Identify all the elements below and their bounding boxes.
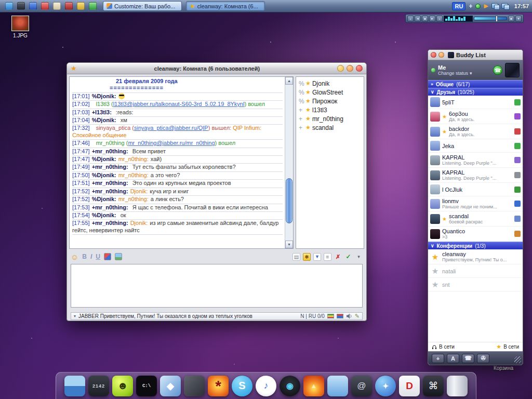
insert-image-button[interactable] bbox=[115, 253, 122, 260]
contact-row[interactable]: ★★KAPRALListening. Deep Purple "... bbox=[428, 153, 523, 168]
contact-row[interactable]: ★★backdorДа, я здесь. bbox=[428, 124, 523, 139]
contact-row[interactable]: ★★lionmvРаньше люди не поним... bbox=[428, 196, 523, 211]
image-thumbnail-icon[interactable] bbox=[11, 16, 29, 31]
emoticon-picker-button[interactable]: ☺ bbox=[71, 253, 78, 261]
tray-display-icon[interactable] bbox=[501, 3, 508, 9]
group-header-common[interactable]: » Общие (6/17) bbox=[428, 80, 523, 88]
volume-slider[interactable] bbox=[474, 17, 507, 20]
log-list-button[interactable]: ≡ bbox=[324, 253, 331, 261]
quicklaunch-icon-6[interactable] bbox=[65, 2, 73, 10]
contact-row[interactable]: ★★Quantico>3 bbox=[428, 227, 523, 242]
dock-skype-icon[interactable]: S bbox=[232, 376, 252, 396]
dock-finder-icon[interactable] bbox=[64, 376, 85, 396]
jid-link[interactable]: l13tl3@jabber.ru/talkonaut-S60-3rd_5.02.… bbox=[113, 101, 245, 107]
group-header-conferences[interactable]: ∨ Конференции (1/3) bbox=[428, 242, 523, 249]
taskbar-task-cleanway[interactable]: ★ cleanway: Комната (6... bbox=[186, 1, 265, 11]
quicklaunch-icon-1[interactable] bbox=[5, 2, 13, 10]
quicklaunch-icon-3[interactable] bbox=[29, 2, 37, 10]
flag-icon[interactable] bbox=[337, 314, 343, 318]
quicklaunch-icon-5[interactable] bbox=[53, 2, 61, 10]
media-rewind-button[interactable]: ◄ bbox=[415, 16, 421, 22]
chat-titlebar[interactable]: ★ cleanway: Комната (6 пользователей) bbox=[67, 63, 366, 74]
quicklaunch-icon-7[interactable] bbox=[77, 2, 85, 10]
underline-button[interactable]: U bbox=[96, 253, 100, 260]
dock-dashboard-icon[interactable]: ◉ bbox=[280, 376, 300, 396]
phone-button[interactable]: ☎ bbox=[462, 354, 474, 363]
message-input[interactable] bbox=[71, 264, 363, 308]
dock-app-dark-icon[interactable] bbox=[184, 376, 205, 396]
scroll-down-arrow[interactable]: ▼ bbox=[285, 241, 293, 248]
contact-row[interactable]: ★★Jeka bbox=[428, 139, 523, 153]
participant-row[interactable]: %★Djonik bbox=[299, 79, 361, 88]
conference-row[interactable]: ★★natali bbox=[428, 264, 523, 278]
maximize-button[interactable] bbox=[347, 65, 353, 72]
contact-row[interactable]: ★★l OcJluk bbox=[428, 183, 523, 196]
participant-row[interactable]: +★mr_n0thing bbox=[299, 114, 361, 123]
participant-row[interactable]: +★l13tl3 bbox=[299, 105, 361, 114]
my-avatar[interactable] bbox=[505, 63, 520, 77]
resize-grip[interactable] bbox=[514, 356, 521, 363]
language-indicator[interactable]: RU bbox=[452, 2, 466, 10]
minimize-button[interactable] bbox=[438, 52, 444, 58]
change-status-link[interactable]: Change status▾ bbox=[438, 71, 490, 76]
quicklaunch-icon-2[interactable] bbox=[17, 2, 25, 10]
dock-flame-icon[interactable]: ▲ bbox=[303, 376, 324, 396]
chat-scrollbar[interactable]: ▲ ▼ bbox=[285, 77, 293, 248]
jid-link[interactable]: mr_n0thing@jabber.ru/mr_n0thing bbox=[128, 140, 215, 146]
video-call-button[interactable]: ✇ bbox=[477, 354, 489, 363]
taskbar-task-customize[interactable]: Customize: Ваш рабо... bbox=[103, 1, 182, 11]
dock-virtualbox-icon[interactable]: ◆ bbox=[160, 376, 181, 396]
contact-row[interactable]: ★★KAPRALListening. Deep Purple "... bbox=[428, 168, 523, 183]
call-button[interactable]: ☎ bbox=[493, 65, 502, 75]
close-button[interactable] bbox=[431, 52, 436, 58]
tray-play-icon[interactable]: ▶ bbox=[484, 3, 488, 9]
dock-mail-icon[interactable]: @ bbox=[351, 376, 372, 396]
deskband-options-button[interactable]: ▾ bbox=[515, 16, 522, 22]
chat-log[interactable]: 21 февраля 2009 года============== [17:0… bbox=[69, 76, 294, 249]
dock-itunes-icon[interactable]: ♪ bbox=[256, 376, 276, 396]
quicklaunch-icon-4[interactable] bbox=[41, 2, 49, 10]
conference-row[interactable]: ★★snt bbox=[428, 278, 523, 291]
font-color-button[interactable] bbox=[104, 253, 111, 260]
dock-flower-icon[interactable]: * bbox=[208, 376, 229, 396]
contact-row[interactable]: ★★5pliT bbox=[428, 96, 523, 109]
font-button[interactable]: A bbox=[447, 354, 459, 363]
bold-button[interactable]: B bbox=[82, 253, 87, 260]
dock-apple-icon[interactable]: ⌘ bbox=[423, 376, 444, 396]
deskband-mute-button[interactable]: ■ bbox=[508, 16, 514, 22]
flag-icon[interactable] bbox=[327, 314, 334, 318]
conference-row[interactable]: ★★cleanwayПриветствуем, Путник! Ты о... bbox=[428, 249, 523, 264]
toolbar-dropdown[interactable]: ▾ bbox=[355, 253, 363, 261]
minimize-button[interactable] bbox=[337, 65, 344, 72]
dock-trash-icon[interactable] bbox=[447, 376, 468, 396]
media-stop-button[interactable]: ■ bbox=[422, 16, 428, 22]
close-button[interactable] bbox=[356, 65, 363, 72]
italic-button[interactable]: I bbox=[90, 253, 92, 260]
filter-online-left[interactable]: В сети bbox=[439, 344, 455, 350]
dock-safari-icon[interactable]: ✦ bbox=[375, 376, 396, 396]
tray-plus-icon[interactable]: + bbox=[469, 3, 472, 10]
tray-status-icon[interactable] bbox=[475, 4, 481, 9]
speaker-icon[interactable] bbox=[346, 313, 352, 319]
quicklaunch-icon-8[interactable] bbox=[89, 2, 97, 10]
send-ok-button[interactable]: ✓ bbox=[344, 253, 352, 261]
dock-daemon-tools-icon[interactable]: D bbox=[399, 376, 420, 396]
participant-row[interactable]: %★GlowStreet bbox=[299, 88, 361, 97]
volume-slider-knob[interactable] bbox=[496, 16, 498, 22]
dock-battlefield-2142-icon[interactable]: 2142 bbox=[88, 376, 109, 396]
statusbar-dropdown[interactable]: ▾ bbox=[74, 314, 76, 318]
filter-online-right[interactable]: В сети bbox=[503, 344, 519, 350]
desktop-icon-1jpg[interactable]: 1.JPG bbox=[7, 16, 33, 38]
clear-button[interactable]: ✗ bbox=[334, 253, 342, 261]
participant-row[interactable]: +★scandal bbox=[299, 123, 361, 132]
pencil-icon[interactable]: ✎ bbox=[355, 313, 360, 320]
scroll-track[interactable] bbox=[285, 85, 293, 241]
participant-row[interactable]: %★Пирожок bbox=[299, 97, 361, 105]
tray-network-icon[interactable] bbox=[491, 3, 498, 9]
dock-qip-smiley-icon[interactable]: ☻ bbox=[112, 376, 133, 396]
group-header-friends[interactable]: ∨ Друзья (10/25) bbox=[428, 88, 523, 96]
scroll-up-arrow[interactable]: ▲ bbox=[285, 77, 293, 85]
contact-row[interactable]: ★★scandalбоевой раскрас bbox=[428, 211, 523, 227]
filter-button[interactable]: ▼ bbox=[313, 253, 321, 261]
media-prev-button[interactable]: « bbox=[407, 16, 414, 22]
